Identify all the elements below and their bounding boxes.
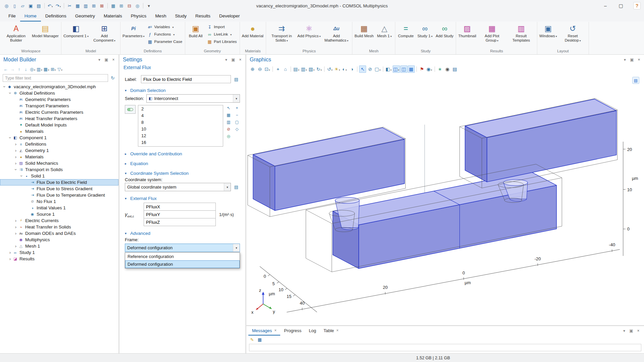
quick-access-button[interactable]: ▯	[11, 2, 18, 10]
quick-access-button[interactable]: ▾	[145, 2, 153, 10]
quick-access-button[interactable]: ◎	[3, 2, 10, 10]
graphics-toolbar-button[interactable]: ⌖	[275, 65, 282, 73]
menu-item[interactable]: Geometry	[71, 11, 99, 21]
selection-tool-button[interactable]: ⊘	[226, 126, 232, 132]
quick-access-button[interactable]: ▤	[35, 2, 43, 10]
graphics-toolbar-button[interactable]: ◉	[426, 65, 433, 73]
graphics-toolbar-button[interactable]: ▤	[451, 65, 458, 73]
graphics-toolbar-button[interactable]: ⊖	[256, 65, 263, 73]
graphics-toolbar-button[interactable]: ▤	[293, 65, 300, 73]
section-coordinate-system[interactable]: Coordinate System Selection	[125, 171, 240, 176]
panel-float-button[interactable]: ▣	[103, 57, 109, 63]
panel-close-button[interactable]: ×	[110, 57, 116, 63]
twisty-icon[interactable]: ›	[13, 167, 18, 172]
ribbon-button-small[interactable]: a= Variables	[146, 23, 184, 30]
selection-tool-button[interactable]: ↖	[226, 105, 232, 111]
bottom-tab[interactable]: Progress	[280, 326, 305, 335]
menu-item[interactable]: Results	[191, 11, 215, 21]
tab-close-icon[interactable]	[274, 328, 277, 333]
twisty-icon[interactable]: ›	[13, 218, 18, 223]
ribbon-button[interactable]: Pi Parameters	[121, 22, 145, 48]
section-domain-selection[interactable]: Domain Selection	[125, 88, 240, 93]
graphics-toolbar-button[interactable]: ☀	[334, 65, 341, 73]
quick-access-button[interactable]: ▱	[19, 2, 27, 10]
quick-access-button[interactable]: ◎	[134, 2, 141, 10]
tree-item[interactable]: › ✦ Default Model Inputs	[0, 122, 118, 128]
panel-menu-button[interactable]: ▾	[223, 57, 229, 63]
graphics-toolbar-button[interactable]: ⊡	[264, 65, 271, 73]
domain-list-item[interactable]: 2	[138, 105, 223, 112]
quick-access-button[interactable]: ⊟	[126, 2, 133, 10]
panel-close-button[interactable]: ×	[635, 328, 641, 334]
combobox-caret-icon[interactable]	[224, 183, 231, 191]
graphics-toolbar-button[interactable]: ⊕	[249, 65, 256, 73]
domain-list-item[interactable]: 12	[138, 132, 223, 139]
toolbar-button[interactable]: ▦	[43, 66, 50, 72]
tree-item[interactable]: › ∞ Study 1	[0, 249, 118, 256]
ribbon-button[interactable]: ∞ Add Study	[435, 22, 454, 48]
dropdown-option[interactable]: Deformed configuration	[125, 260, 240, 268]
tree-item[interactable]: › ◪ Results	[0, 256, 118, 262]
twisty-icon[interactable]: ›	[13, 161, 18, 166]
graphics-toolbar-button[interactable]: ▦	[408, 65, 415, 73]
graphics-toolbar-button[interactable]: ▥	[300, 65, 308, 73]
ribbon-button[interactable]: ↺ Reset Desktop	[558, 22, 587, 48]
tree-item[interactable]: › ⚡ Electric Currents	[0, 217, 118, 224]
bottom-tab[interactable]: Messages	[248, 326, 280, 335]
graphics-toolbar-button[interactable]: ⌂	[282, 65, 289, 73]
menu-item[interactable]: Study	[170, 11, 191, 21]
coordinate-system-menu-button[interactable]: ▤	[233, 184, 240, 191]
combobox-caret-icon[interactable]	[233, 244, 240, 252]
twisty-icon[interactable]: ›	[13, 244, 18, 249]
selection-tool-button[interactable]: ◇	[234, 126, 240, 132]
bottom-tab[interactable]: Log	[305, 326, 320, 335]
twisty-icon[interactable]: ›	[13, 142, 18, 147]
tree-item[interactable]: › ◉ Multiphysics	[0, 237, 118, 243]
quick-access-button[interactable]: ⊠	[98, 2, 106, 10]
help-button[interactable]: ?	[633, 2, 641, 9]
selection-tool-button[interactable]: ▥	[226, 119, 232, 125]
graphics-toolbar-button[interactable]: ◉	[444, 65, 451, 73]
graphics-toolbar-button[interactable]: ↖	[359, 65, 366, 73]
flux-x-input[interactable]	[144, 203, 216, 211]
tree-item[interactable]: › ∂u Domain ODEs and DAEs	[0, 230, 118, 237]
toolbar-button[interactable]: ▽	[57, 66, 63, 72]
tree-item[interactable]: › Pi Geometric Parameters	[0, 96, 118, 103]
tree-item[interactable]: › Pi Heat Transfer Parameters	[0, 115, 118, 122]
graphics-toolbar-button[interactable]: ◫	[400, 65, 407, 73]
section-advanced[interactable]: Advanced	[125, 231, 240, 236]
ribbon-button[interactable]: = Compute	[396, 22, 415, 48]
selection-tool-button[interactable]: −	[234, 112, 240, 118]
twisty-icon[interactable]: ›	[13, 231, 18, 236]
panel-float-button[interactable]: ▣	[628, 328, 634, 334]
ribbon-button[interactable]: ▤ Model Manager	[31, 22, 60, 48]
twisty-icon[interactable]: ›	[13, 224, 18, 229]
tree-item[interactable]: › ⊘ No Flux 1	[0, 198, 118, 205]
label-input[interactable]	[141, 75, 231, 83]
refresh-button[interactable]: ↻	[110, 75, 116, 82]
toolbar-button[interactable]: ▦	[257, 336, 263, 343]
quick-access-button[interactable]: ⊞	[117, 2, 125, 10]
ribbon-button[interactable]: ▥ Result Templates	[507, 22, 536, 48]
toolbar-button[interactable]: ⊞	[50, 66, 56, 72]
ribbon-button[interactable]: A Application Builder	[2, 22, 31, 48]
menu-item[interactable]: Definitions	[41, 11, 71, 21]
ribbon-button[interactable]: ⊞ Add Component	[90, 22, 119, 48]
ribbon-button[interactable]: ◧ Component 1	[62, 22, 90, 48]
twisty-icon[interactable]: ›	[2, 85, 7, 89]
quick-access-button[interactable]: ▥	[82, 2, 90, 10]
toolbar-button[interactable]: ▥	[36, 66, 43, 72]
minimize-button[interactable]: –	[598, 0, 613, 11]
active-selection-toggle-button[interactable]	[125, 105, 136, 114]
graphics-toolbar-button[interactable]: ↺	[326, 65, 333, 73]
graphics-toolbar-button[interactable]: ▢	[374, 65, 381, 73]
selection-combobox[interactable]: ◧Interconnect	[146, 94, 240, 103]
menu-item[interactable]: Mesh	[151, 11, 170, 21]
domain-list-item[interactable]: 4	[138, 112, 223, 119]
twisty-icon[interactable]: ›	[13, 154, 18, 159]
domain-list-item[interactable]: 10	[138, 125, 223, 132]
ribbon-button-small[interactable]: ∞ LiveLink	[205, 31, 238, 38]
tree-item[interactable]: › ◭ Geometry 1	[0, 147, 118, 154]
ribbon-button[interactable]: ▦ Add Plot Group	[478, 22, 506, 48]
ribbon-button[interactable]: ▣ Build All	[186, 22, 205, 48]
